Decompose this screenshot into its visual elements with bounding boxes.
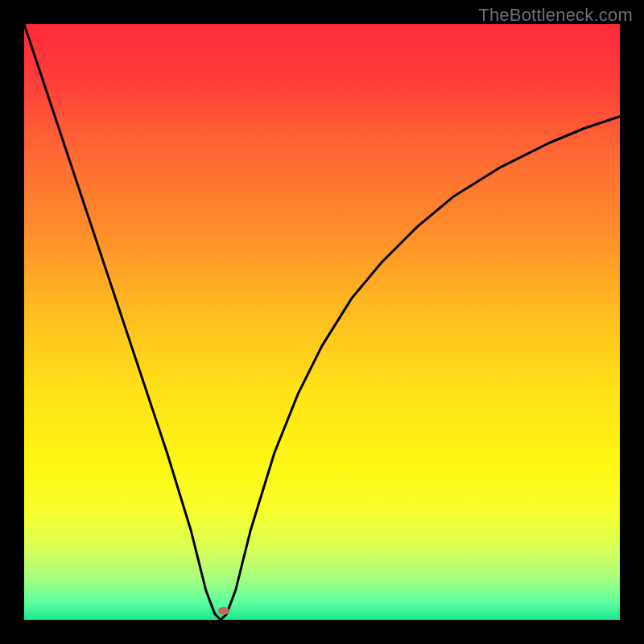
- gradient-background: [24, 24, 620, 620]
- optimum-marker: [218, 607, 229, 615]
- watermark-text: TheBottleneck.com: [478, 5, 633, 26]
- chart-svg: [24, 24, 620, 620]
- plot-area: [24, 24, 620, 620]
- chart-frame: TheBottleneck.com: [0, 0, 644, 644]
